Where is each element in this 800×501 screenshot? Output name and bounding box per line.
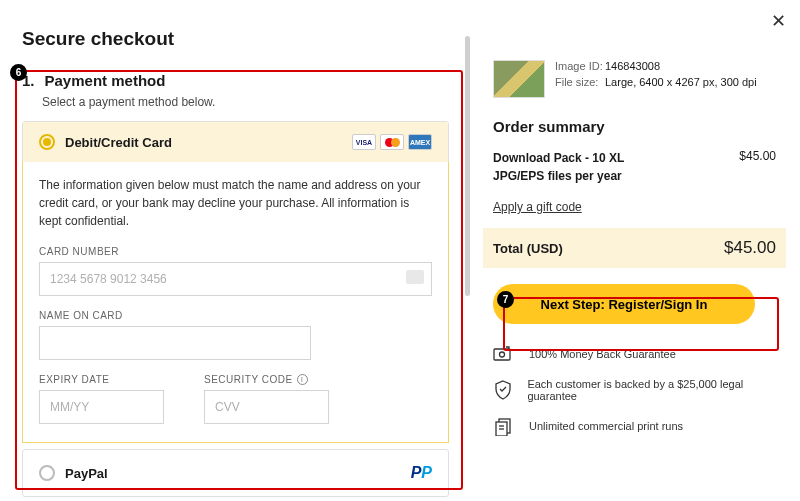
card-option-label: Debit/Credit Card — [65, 135, 172, 150]
name-on-card-input[interactable] — [39, 326, 311, 360]
product-thumbnail — [493, 60, 545, 98]
product-meta: Image ID:146843008 File size:Large, 6400… — [555, 60, 757, 98]
page-title: Secure checkout — [22, 28, 449, 50]
svg-rect-0 — [494, 349, 510, 360]
card-number-input[interactable] — [39, 262, 432, 296]
payment-section-heading: 1. Payment method — [22, 72, 449, 89]
payment-option-card[interactable]: Debit/Credit Card VISA AMEX The informat… — [22, 121, 449, 443]
name-on-card-label: NAME ON CARD — [39, 310, 432, 321]
next-step-button[interactable]: Next Step: Register/Sign In — [493, 284, 755, 324]
amex-icon: AMEX — [408, 134, 432, 150]
order-total-row: Total (USD) $45.00 — [483, 228, 786, 268]
scrollbar[interactable] — [465, 36, 470, 296]
expiry-label: EXPIRY DATE — [39, 374, 164, 385]
guarantee-print: Unlimited commercial print runs — [493, 416, 776, 436]
card-logos: VISA AMEX — [352, 134, 432, 150]
section-title: Payment method — [45, 72, 166, 89]
card-info-text: The information given below must match t… — [39, 176, 432, 230]
payment-option-paypal[interactable]: PayPal PP — [22, 449, 449, 497]
guarantee-legal: Each customer is backed by a $25,000 leg… — [493, 378, 776, 402]
annotation-badge-7: 7 — [497, 291, 514, 308]
radio-paypal[interactable] — [39, 465, 55, 481]
money-back-icon — [493, 344, 515, 364]
cvv-label: SECURITY CODE — [204, 374, 293, 385]
card-number-label: CARD NUMBER — [39, 246, 432, 257]
info-icon[interactable]: i — [297, 374, 308, 385]
order-summary-title: Order summary — [493, 118, 776, 135]
card-icon — [406, 270, 424, 284]
close-button[interactable]: ✕ — [763, 6, 794, 36]
apply-gift-code-link[interactable]: Apply a gift code — [493, 200, 582, 214]
annotation-badge-6: 6 — [10, 64, 27, 81]
paypal-icon: PP — [411, 464, 432, 482]
shield-icon — [493, 380, 513, 400]
radio-card[interactable] — [39, 134, 55, 150]
order-line-item: Download Pack - 10 XL JPG/EPS files per … — [493, 149, 776, 185]
payment-subtext: Select a payment method below. — [42, 95, 449, 109]
visa-icon: VISA — [352, 134, 376, 150]
guarantee-money-back: 100% Money Back Guarantee — [493, 344, 776, 364]
mastercard-icon — [380, 134, 404, 150]
paypal-option-label: PayPal — [65, 466, 108, 481]
cvv-input[interactable] — [204, 390, 329, 424]
expiry-input[interactable] — [39, 390, 164, 424]
document-icon — [493, 416, 515, 436]
svg-point-1 — [500, 352, 505, 357]
